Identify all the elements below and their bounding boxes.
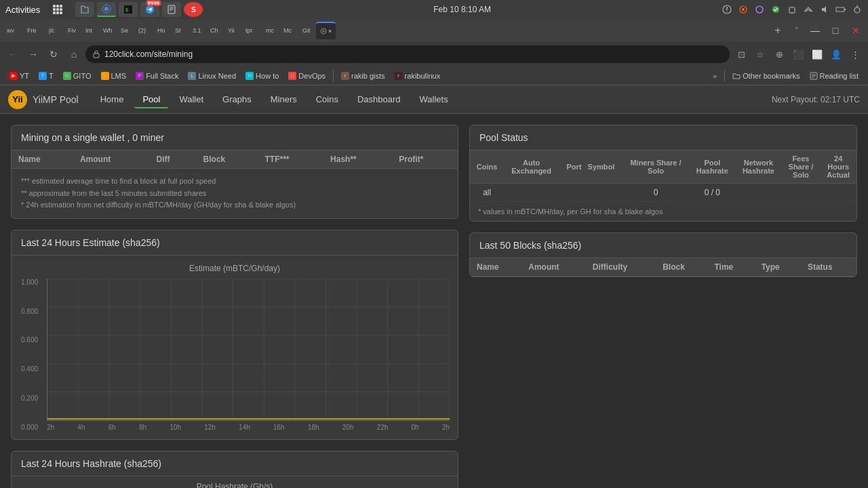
forward-button[interactable]: →: [24, 45, 42, 63]
left-panel: Mining on a single wallet , 0 miner Name…: [11, 125, 458, 488]
skype-app[interactable]: S: [184, 2, 203, 17]
tab-31[interactable]: 3.1: [189, 22, 206, 39]
svg-rect-7: [56, 12, 59, 14]
howto-icon: H: [245, 72, 254, 80]
svg-text:$: $: [125, 7, 128, 12]
right-panel: Pool Status Coins AutoExchanged Port Sym…: [469, 125, 857, 488]
tab-ch[interactable]: Ch: [206, 22, 224, 39]
bookmark-yt[interactable]: ▶ YT: [5, 70, 33, 81]
pool-cell-port: [559, 184, 623, 202]
pool-status-header: Pool Status: [470, 125, 856, 150]
pool-col-network-hash: NetworkHashrate: [735, 150, 781, 184]
new-tab-button[interactable]: +: [769, 22, 787, 39]
tab-int[interactable]: Int: [81, 22, 99, 39]
bookmark-button[interactable]: ☆: [751, 45, 769, 63]
os-bar: Activities $ 9999 S: [0, 0, 868, 19]
pool-col-24h: 24HoursActual: [820, 150, 856, 184]
bookmark-rakibgists[interactable]: r rakib gists: [337, 70, 389, 81]
svg-rect-23: [789, 7, 795, 13]
bookmark-other[interactable]: Other bookmarks: [728, 70, 804, 81]
nav-miners[interactable]: Miners: [262, 90, 305, 108]
check-icon: [770, 5, 781, 14]
tab-tpr[interactable]: tpr: [241, 22, 262, 39]
tab-fre[interactable]: Fre: [23, 22, 45, 39]
chrome-app[interactable]: [97, 2, 116, 17]
tab-active[interactable]: ×: [316, 22, 336, 39]
telegram-app[interactable]: 9999: [140, 2, 159, 17]
tab-list-button[interactable]: ˅: [788, 22, 806, 39]
chart-y-labels: 1.000 0.800 0.600 0.400 0.200 0.000: [21, 279, 38, 431]
reload-button[interactable]: ↻: [45, 45, 62, 63]
bookmark-t[interactable]: T T: [35, 70, 58, 81]
translate-button[interactable]: ⊕: [770, 45, 788, 63]
pool-cell-coins: all: [470, 184, 504, 202]
nav-coins[interactable]: Coins: [308, 90, 347, 108]
tab-wha[interactable]: Wh: [99, 22, 117, 39]
col-hash: Hash**: [323, 150, 392, 169]
tab-mc[interactable]: mc: [262, 22, 279, 39]
devops-icon: D: [288, 72, 296, 80]
bookmark-howto[interactable]: H How to: [241, 70, 283, 81]
files-app[interactable]: [75, 2, 94, 17]
pool-col-port: Port Symbol: [559, 150, 623, 184]
home-button[interactable]: ⌂: [65, 45, 83, 63]
more-bookmarks-button[interactable]: »: [709, 70, 721, 81]
app-logo[interactable]: Yii YiiMP Pool: [8, 90, 79, 109]
tab-fb2[interactable]: (2): [134, 22, 153, 39]
address-bar[interactable]: 120click.com/site/mining: [85, 45, 730, 63]
app-grid-icon[interactable]: [48, 2, 67, 17]
minimize-button[interactable]: —: [806, 21, 825, 40]
svg-point-20: [742, 8, 745, 11]
nav-pool[interactable]: Pool: [134, 90, 168, 108]
bookmark-gito[interactable]: G GITO: [59, 70, 96, 81]
bookmark-reading[interactable]: Reading list: [806, 70, 863, 81]
chart-grid-svg: [47, 279, 450, 420]
menu-button[interactable]: ⋮: [846, 45, 864, 63]
avatar-button[interactable]: 👤: [827, 45, 845, 63]
block-col-difficulty: Difficulty: [586, 258, 656, 277]
cast-button[interactable]: ⊡: [732, 45, 750, 63]
nav-wallets[interactable]: Wallets: [412, 90, 456, 108]
tab-yi[interactable]: Yii: [224, 22, 241, 39]
tab-st[interactable]: St: [171, 22, 189, 39]
tab-jit[interactable]: jit:: [45, 22, 64, 39]
block-col-time: Time: [707, 258, 754, 277]
nav-home[interactable]: Home: [92, 90, 132, 108]
tab-git[interactable]: Git: [298, 22, 316, 39]
bookmark-lms[interactable]: L LMS: [97, 70, 131, 81]
maximize-button[interactable]: □: [826, 21, 845, 40]
back-button[interactable]: ←: [4, 45, 22, 63]
battery-icon: [835, 5, 846, 14]
pool-cell-24h: [820, 184, 856, 202]
close-button[interactable]: ✕: [846, 21, 865, 40]
block-col-name: Name: [470, 258, 521, 277]
color-icon: [754, 5, 765, 14]
text-editor-app[interactable]: [162, 2, 181, 17]
terminal-app[interactable]: $: [119, 2, 138, 17]
pool-row-all: all 0 0 / 0: [470, 184, 856, 202]
tab-wv[interactable]: wv: [3, 22, 23, 39]
tab-fiv[interactable]: Fiv: [64, 22, 81, 39]
estimate-chart-card: Last 24 Hours Estimate (sha256) Estimate…: [11, 230, 458, 440]
nav-graphs[interactable]: Graphs: [214, 90, 260, 108]
bookmark-fullstack[interactable]: F Full Stack: [132, 70, 182, 81]
extension2-button[interactable]: ⬜: [808, 45, 826, 63]
yt-icon: ▶: [9, 72, 18, 80]
svg-rect-4: [56, 8, 59, 11]
nav-actions: ⊡ ☆ ⊕ ⬛ ⬜ 👤 ⋮: [732, 45, 864, 63]
pool-col-fees: FeesShare /Solo: [781, 150, 820, 184]
nav-wallet[interactable]: Wallet: [171, 90, 212, 108]
nav-dashboard[interactable]: Dashboard: [349, 90, 409, 108]
tab-se[interactable]: Se: [117, 22, 134, 39]
activities-label[interactable]: Activities: [5, 5, 40, 15]
bookmark-devops[interactable]: D DevOps: [284, 70, 330, 81]
pool-col-pool-hash: PoolHashrate: [689, 150, 735, 184]
last-blocks-header: Last 50 Blocks (sha256): [470, 233, 856, 258]
tab-ho[interactable]: Ho: [153, 22, 171, 39]
bookmark-rakibulinux[interactable]: r rakibulinux: [391, 70, 445, 81]
bookmark-linuxneed[interactable]: L Linux Need: [184, 70, 240, 81]
tab-mc2[interactable]: Mc: [279, 22, 298, 39]
block-col-block: Block: [656, 258, 707, 277]
chart-estimate-title: Estimate (mBTC/Gh/day): [20, 264, 450, 273]
extension1-button[interactable]: ⬛: [789, 45, 807, 63]
